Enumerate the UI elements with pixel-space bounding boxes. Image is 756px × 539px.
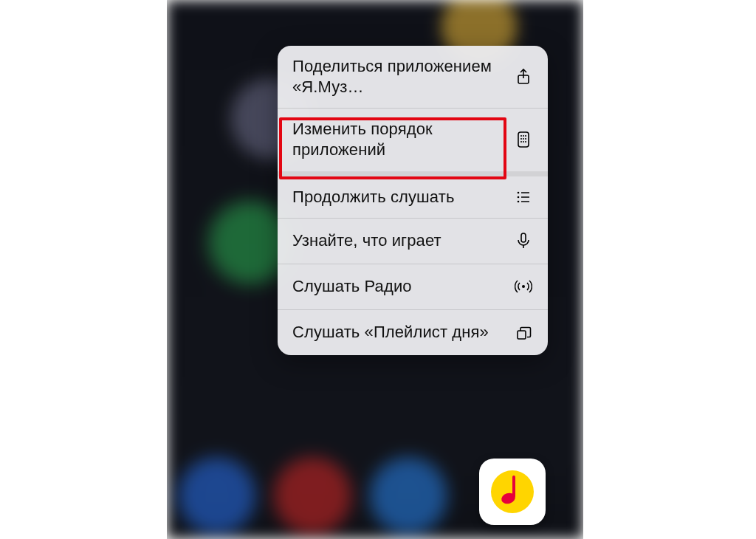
- yandex-music-app-icon[interactable]: [479, 459, 546, 525]
- svg-point-10: [525, 141, 526, 143]
- svg-point-5: [520, 138, 522, 140]
- menu-item-playlist-of-the-day[interactable]: Слушать «Плейлист дня»: [278, 309, 548, 355]
- svg-point-13: [518, 200, 520, 202]
- menu-item-label: Изменить порядок приложений: [292, 119, 506, 160]
- white-matte-right: [583, 0, 756, 539]
- svg-point-7: [525, 138, 526, 140]
- share-icon: [514, 67, 533, 86]
- menu-item-listen-radio[interactable]: Слушать Радио: [278, 264, 548, 309]
- svg-rect-20: [518, 331, 526, 339]
- svg-rect-17: [521, 233, 526, 242]
- menu-item-label: Узнайте, что играет: [292, 230, 441, 251]
- menu-item-label: Поделиться приложением «Я.Муз…: [292, 56, 506, 97]
- svg-point-19: [522, 285, 525, 288]
- list-icon: [514, 188, 533, 207]
- menu-item-rearrange-apps[interactable]: Изменить порядок приложений: [278, 108, 548, 171]
- menu-item-label: Слушать «Плейлист дня»: [292, 322, 489, 343]
- menu-item-continue-listening[interactable]: Продолжить слушать: [278, 171, 548, 218]
- svg-point-8: [520, 141, 522, 143]
- white-matte-left: [0, 0, 167, 539]
- screenshot-stage: Поделиться приложением «Я.Муз… Изменить …: [0, 0, 756, 539]
- menu-item-label: Слушать Радио: [292, 276, 412, 297]
- microphone-icon: [514, 231, 533, 250]
- menu-item-label: Продолжить слушать: [292, 187, 454, 207]
- svg-point-11: [518, 191, 520, 193]
- radio-waves-icon: [514, 277, 533, 296]
- menu-item-recognize-music[interactable]: Узнайте, что играет: [278, 218, 548, 264]
- svg-point-3: [523, 135, 524, 137]
- svg-point-6: [523, 138, 524, 140]
- music-disc-icon: [491, 470, 534, 513]
- menu-item-share-app[interactable]: Поделиться приложением «Я.Муз…: [278, 46, 548, 108]
- svg-point-4: [525, 135, 526, 137]
- svg-point-2: [520, 135, 522, 137]
- stacked-squares-icon: [514, 323, 533, 342]
- svg-point-9: [523, 141, 524, 143]
- context-menu: Поделиться приложением «Я.Муз… Изменить …: [278, 46, 548, 355]
- homescreen-grid-icon: [514, 130, 533, 149]
- svg-point-12: [518, 196, 520, 198]
- music-note-icon: [501, 476, 520, 505]
